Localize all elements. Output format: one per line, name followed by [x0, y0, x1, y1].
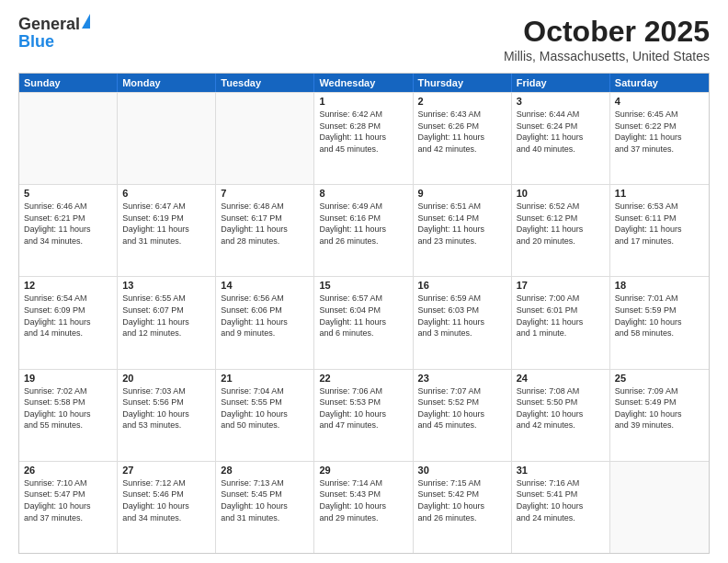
- day-cell-14: 14Sunrise: 6:56 AM Sunset: 6:06 PM Dayli…: [216, 277, 314, 368]
- day-cell-5: 5Sunrise: 6:46 AM Sunset: 6:21 PM Daylig…: [19, 185, 118, 276]
- day-number: 15: [319, 280, 407, 291]
- day-number: 17: [517, 280, 605, 291]
- empty-cell: [216, 93, 314, 184]
- day-number: 1: [319, 96, 407, 107]
- day-number: 7: [221, 188, 309, 199]
- day-number: 27: [122, 465, 210, 476]
- day-cell-18: 18Sunrise: 7:01 AM Sunset: 5:59 PM Dayli…: [610, 277, 709, 368]
- logo-wrapper: General: [18, 15, 90, 34]
- day-cell-20: 20Sunrise: 7:03 AM Sunset: 5:56 PM Dayli…: [118, 370, 216, 461]
- empty-cell: [118, 93, 216, 184]
- cell-info: Sunrise: 7:07 AM Sunset: 5:52 PM Dayligh…: [418, 385, 506, 431]
- cell-info: Sunrise: 6:56 AM Sunset: 6:06 PM Dayligh…: [221, 293, 309, 339]
- cell-info: Sunrise: 7:13 AM Sunset: 5:45 PM Dayligh…: [221, 477, 309, 523]
- day-number: 22: [319, 373, 407, 384]
- day-number: 6: [122, 188, 210, 199]
- logo-general-text: General: [18, 15, 80, 34]
- day-cell-24: 24Sunrise: 7:08 AM Sunset: 5:50 PM Dayli…: [512, 370, 610, 461]
- cell-info: Sunrise: 6:45 AM Sunset: 6:22 PM Dayligh…: [615, 109, 704, 155]
- day-cell-25: 25Sunrise: 7:09 AM Sunset: 5:49 PM Dayli…: [610, 370, 709, 461]
- cell-info: Sunrise: 6:55 AM Sunset: 6:07 PM Dayligh…: [122, 293, 210, 339]
- day-number: 5: [24, 188, 112, 199]
- day-number: 25: [615, 373, 704, 384]
- day-cell-16: 16Sunrise: 6:59 AM Sunset: 6:03 PM Dayli…: [414, 277, 512, 368]
- day-number: 26: [24, 465, 112, 476]
- cell-info: Sunrise: 6:54 AM Sunset: 6:09 PM Dayligh…: [24, 293, 112, 339]
- cell-info: Sunrise: 7:14 AM Sunset: 5:43 PM Dayligh…: [319, 477, 407, 523]
- day-of-week-sunday: Sunday: [19, 74, 118, 92]
- day-of-week-tuesday: Tuesday: [216, 74, 314, 92]
- day-cell-2: 2Sunrise: 6:43 AM Sunset: 6:26 PM Daylig…: [414, 93, 512, 184]
- day-number: 29: [319, 465, 407, 476]
- empty-cell: [19, 93, 118, 184]
- day-number: 11: [615, 188, 704, 199]
- day-cell-22: 22Sunrise: 7:06 AM Sunset: 5:53 PM Dayli…: [314, 370, 413, 461]
- calendar: SundayMondayTuesdayWednesdayThursdayFrid…: [18, 73, 710, 554]
- calendar-header: SundayMondayTuesdayWednesdayThursdayFrid…: [19, 74, 709, 92]
- cell-info: Sunrise: 7:15 AM Sunset: 5:42 PM Dayligh…: [418, 477, 506, 523]
- calendar-row-0: 1Sunrise: 6:42 AM Sunset: 6:28 PM Daylig…: [19, 92, 709, 184]
- day-cell-27: 27Sunrise: 7:12 AM Sunset: 5:46 PM Dayli…: [118, 462, 216, 553]
- day-cell-30: 30Sunrise: 7:15 AM Sunset: 5:42 PM Dayli…: [414, 462, 512, 553]
- day-cell-11: 11Sunrise: 6:53 AM Sunset: 6:11 PM Dayli…: [610, 185, 709, 276]
- cell-info: Sunrise: 6:43 AM Sunset: 6:26 PM Dayligh…: [418, 109, 506, 155]
- day-number: 13: [122, 280, 210, 291]
- cell-info: Sunrise: 6:44 AM Sunset: 6:24 PM Dayligh…: [517, 109, 605, 155]
- day-cell-7: 7Sunrise: 6:48 AM Sunset: 6:17 PM Daylig…: [216, 185, 314, 276]
- day-cell-6: 6Sunrise: 6:47 AM Sunset: 6:19 PM Daylig…: [118, 185, 216, 276]
- cell-info: Sunrise: 7:16 AM Sunset: 5:41 PM Dayligh…: [517, 477, 605, 523]
- day-number: 16: [418, 280, 506, 291]
- day-number: 30: [418, 465, 506, 476]
- cell-info: Sunrise: 6:42 AM Sunset: 6:28 PM Dayligh…: [319, 109, 407, 155]
- day-cell-12: 12Sunrise: 6:54 AM Sunset: 6:09 PM Dayli…: [19, 277, 118, 368]
- cell-info: Sunrise: 6:59 AM Sunset: 6:03 PM Dayligh…: [418, 293, 506, 339]
- day-number: 14: [221, 280, 309, 291]
- day-cell-29: 29Sunrise: 7:14 AM Sunset: 5:43 PM Dayli…: [314, 462, 413, 553]
- title-block: October 2025 Millis, Massachusetts, Unit…: [504, 15, 710, 63]
- cell-info: Sunrise: 6:53 AM Sunset: 6:11 PM Dayligh…: [615, 201, 704, 247]
- day-cell-1: 1Sunrise: 6:42 AM Sunset: 6:28 PM Daylig…: [314, 93, 413, 184]
- cell-info: Sunrise: 7:04 AM Sunset: 5:55 PM Dayligh…: [221, 385, 309, 431]
- calendar-row-4: 26Sunrise: 7:10 AM Sunset: 5:47 PM Dayli…: [19, 461, 709, 553]
- month-title: October 2025: [504, 15, 710, 49]
- cell-info: Sunrise: 6:49 AM Sunset: 6:16 PM Dayligh…: [319, 201, 407, 247]
- day-number: 31: [517, 465, 605, 476]
- cell-info: Sunrise: 6:51 AM Sunset: 6:14 PM Dayligh…: [418, 201, 506, 247]
- cell-info: Sunrise: 7:06 AM Sunset: 5:53 PM Dayligh…: [319, 385, 407, 431]
- page: General Blue October 2025 Millis, Massac…: [0, 0, 728, 563]
- day-cell-4: 4Sunrise: 6:45 AM Sunset: 6:22 PM Daylig…: [610, 93, 709, 184]
- cell-info: Sunrise: 7:00 AM Sunset: 6:01 PM Dayligh…: [517, 293, 605, 339]
- day-cell-9: 9Sunrise: 6:51 AM Sunset: 6:14 PM Daylig…: [414, 185, 512, 276]
- day-cell-31: 31Sunrise: 7:16 AM Sunset: 5:41 PM Dayli…: [512, 462, 610, 553]
- day-number: 4: [615, 96, 704, 107]
- location: Millis, Massachusetts, United States: [504, 49, 710, 63]
- logo: General Blue: [18, 15, 90, 52]
- day-number: 2: [418, 96, 506, 107]
- day-number: 19: [24, 373, 112, 384]
- empty-cell: [610, 462, 709, 553]
- calendar-row-2: 12Sunrise: 6:54 AM Sunset: 6:09 PM Dayli…: [19, 276, 709, 368]
- cell-info: Sunrise: 6:52 AM Sunset: 6:12 PM Dayligh…: [517, 201, 605, 247]
- header: General Blue October 2025 Millis, Massac…: [18, 15, 710, 63]
- logo-triangle-icon: [82, 14, 90, 29]
- calendar-row-3: 19Sunrise: 7:02 AM Sunset: 5:58 PM Dayli…: [19, 369, 709, 461]
- cell-info: Sunrise: 7:02 AM Sunset: 5:58 PM Dayligh…: [24, 385, 112, 431]
- day-number: 18: [615, 280, 704, 291]
- day-cell-23: 23Sunrise: 7:07 AM Sunset: 5:52 PM Dayli…: [414, 370, 512, 461]
- day-number: 3: [517, 96, 605, 107]
- day-number: 20: [122, 373, 210, 384]
- day-cell-17: 17Sunrise: 7:00 AM Sunset: 6:01 PM Dayli…: [512, 277, 610, 368]
- day-number: 10: [517, 188, 605, 199]
- day-of-week-thursday: Thursday: [414, 74, 512, 92]
- cell-info: Sunrise: 7:08 AM Sunset: 5:50 PM Dayligh…: [517, 385, 605, 431]
- day-of-week-friday: Friday: [512, 74, 610, 92]
- day-of-week-wednesday: Wednesday: [314, 74, 413, 92]
- day-cell-13: 13Sunrise: 6:55 AM Sunset: 6:07 PM Dayli…: [118, 277, 216, 368]
- cell-info: Sunrise: 7:03 AM Sunset: 5:56 PM Dayligh…: [122, 385, 210, 431]
- day-of-week-monday: Monday: [118, 74, 216, 92]
- day-number: 12: [24, 280, 112, 291]
- day-cell-21: 21Sunrise: 7:04 AM Sunset: 5:55 PM Dayli…: [216, 370, 314, 461]
- day-number: 28: [221, 465, 309, 476]
- day-cell-8: 8Sunrise: 6:49 AM Sunset: 6:16 PM Daylig…: [314, 185, 413, 276]
- calendar-body: 1Sunrise: 6:42 AM Sunset: 6:28 PM Daylig…: [19, 92, 709, 553]
